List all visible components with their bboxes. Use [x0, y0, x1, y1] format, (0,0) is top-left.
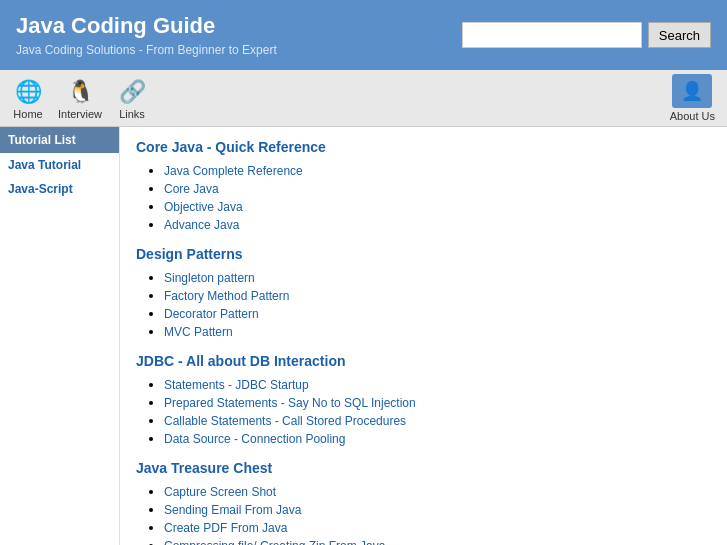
content-link[interactable]: MVC Pattern: [164, 325, 233, 339]
interview-icon: 🐧: [64, 76, 96, 108]
list-item: Callable Statements - Call Stored Proced…: [164, 413, 711, 428]
content-link[interactable]: Objective Java: [164, 200, 243, 214]
home-icon: 🌐: [12, 76, 44, 108]
section-title-0: Core Java - Quick Reference: [136, 139, 711, 155]
content-link[interactable]: Compressing file/ Creating Zip From Java: [164, 539, 385, 545]
content-link[interactable]: Callable Statements - Call Stored Proced…: [164, 414, 406, 428]
section-title-1: Design Patterns: [136, 246, 711, 262]
list-item: Statements - JDBC Startup: [164, 377, 711, 392]
content-link[interactable]: Data Source - Connection Pooling: [164, 432, 345, 446]
content-link[interactable]: Sending Email From Java: [164, 503, 301, 517]
links-icon: 🔗: [116, 76, 148, 108]
sidebar-item-java-tutorial[interactable]: Java Tutorial: [0, 153, 119, 177]
list-item: Singleton pattern: [164, 270, 711, 285]
site-subtitle: Java Coding Solutions - From Beginner to…: [16, 43, 277, 57]
content-link[interactable]: Factory Method Pattern: [164, 289, 289, 303]
content-link[interactable]: Advance Java: [164, 218, 239, 232]
about-label: About Us: [670, 110, 715, 122]
about-icon: 👤: [672, 74, 712, 108]
content-link[interactable]: Create PDF From Java: [164, 521, 287, 535]
list-item: Capture Screen Shot: [164, 484, 711, 499]
links-label: Links: [119, 108, 145, 120]
content-link[interactable]: Decorator Pattern: [164, 307, 259, 321]
list-item: Compressing file/ Creating Zip From Java: [164, 538, 711, 545]
list-item: Factory Method Pattern: [164, 288, 711, 303]
list-item: Objective Java: [164, 199, 711, 214]
nav-left: 🌐 Home 🐧 Interview 🔗 Links: [12, 76, 148, 120]
list-item: Java Complete Reference: [164, 163, 711, 178]
nav-home[interactable]: 🌐 Home: [12, 76, 44, 120]
content-link[interactable]: Statements - JDBC Startup: [164, 378, 309, 392]
list-item: Create PDF From Java: [164, 520, 711, 535]
search-input[interactable]: [462, 22, 642, 48]
content-link[interactable]: Singleton pattern: [164, 271, 255, 285]
list-item: Core Java: [164, 181, 711, 196]
list-item: Decorator Pattern: [164, 306, 711, 321]
nav-interview[interactable]: 🐧 Interview: [58, 76, 102, 120]
list-item: MVC Pattern: [164, 324, 711, 339]
section-title-2: JDBC - All about DB Interaction: [136, 353, 711, 369]
header: Java Coding Guide Java Coding Solutions …: [0, 0, 727, 70]
section-list-3: Capture Screen ShotSending Email From Ja…: [136, 484, 711, 545]
content-link[interactable]: Prepared Statements - Say No to SQL Inje…: [164, 396, 416, 410]
sidebar: Tutorial List Java Tutorial Java-Script: [0, 127, 120, 545]
sidebar-item-javascript[interactable]: Java-Script: [0, 177, 119, 201]
nav-about[interactable]: 👤 About Us: [670, 74, 715, 122]
content-link[interactable]: Capture Screen Shot: [164, 485, 276, 499]
search-button[interactable]: Search: [648, 22, 711, 48]
content-area: Core Java - Quick ReferenceJava Complete…: [120, 127, 727, 545]
list-item: Data Source - Connection Pooling: [164, 431, 711, 446]
interview-label: Interview: [58, 108, 102, 120]
section-list-1: Singleton patternFactory Method PatternD…: [136, 270, 711, 339]
header-text: Java Coding Guide Java Coding Solutions …: [16, 13, 277, 57]
list-item: Sending Email From Java: [164, 502, 711, 517]
site-title: Java Coding Guide: [16, 13, 277, 39]
list-item: Prepared Statements - Say No to SQL Inje…: [164, 395, 711, 410]
search-area: Search: [462, 22, 711, 48]
section-list-2: Statements - JDBC StartupPrepared Statem…: [136, 377, 711, 446]
section-title-3: Java Treasure Chest: [136, 460, 711, 476]
content-link[interactable]: Java Complete Reference: [164, 164, 303, 178]
list-item: Advance Java: [164, 217, 711, 232]
main-layout: Tutorial List Java Tutorial Java-Script …: [0, 127, 727, 545]
sidebar-header: Tutorial List: [0, 127, 119, 153]
content-link[interactable]: Core Java: [164, 182, 219, 196]
home-label: Home: [13, 108, 42, 120]
navbar: 🌐 Home 🐧 Interview 🔗 Links 👤 About Us: [0, 70, 727, 127]
nav-links[interactable]: 🔗 Links: [116, 76, 148, 120]
section-list-0: Java Complete ReferenceCore JavaObjectiv…: [136, 163, 711, 232]
